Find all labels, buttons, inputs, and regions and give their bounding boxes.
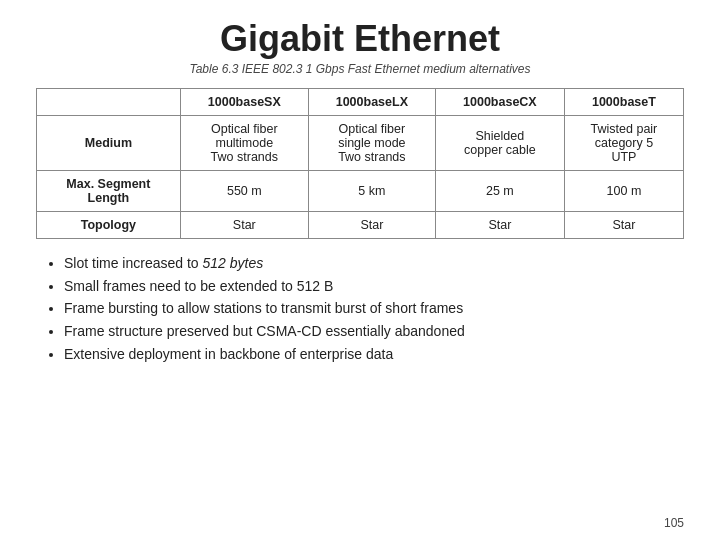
cell-2-0: Star xyxy=(180,212,308,239)
table-row: Max. Segment Length550 m5 km25 m100 m xyxy=(37,171,684,212)
bullet-item-3: Frame structure preserved but CSMA-CD es… xyxy=(64,321,684,343)
row-label-0: Medium xyxy=(37,116,181,171)
bullet-item-4: Extensive deployment in backbone of ente… xyxy=(64,344,684,366)
row-label-2: Topology xyxy=(37,212,181,239)
col-header-1000basesx: 1000baseSX xyxy=(180,89,308,116)
cell-1-3: 100 m xyxy=(564,171,683,212)
cell-0-3: Twisted pair category 5 UTP xyxy=(564,116,683,171)
cell-2-3: Star xyxy=(564,212,683,239)
page-number: 105 xyxy=(664,516,684,530)
data-table-wrapper: 1000baseSX 1000baseLX 1000baseCX 1000bas… xyxy=(36,88,684,239)
table-row: MediumOptical fiber multimode Two strand… xyxy=(37,116,684,171)
cell-0-1: Optical fiber single mode Two strands xyxy=(308,116,435,171)
table-row: TopologyStarStarStarStar xyxy=(37,212,684,239)
cell-1-0: 550 m xyxy=(180,171,308,212)
page: Gigabit Ethernet Table 6.3 IEEE 802.3 1 … xyxy=(0,0,720,540)
bullet-item-2: Frame bursting to allow stations to tran… xyxy=(64,298,684,320)
cell-2-1: Star xyxy=(308,212,435,239)
col-header-1000baset: 1000baseT xyxy=(564,89,683,116)
col-header-empty xyxy=(37,89,181,116)
bullet-item-0: Slot time increased to 512 bytes xyxy=(64,253,684,275)
bullet-item-1: Small frames need to be extended to 512 … xyxy=(64,276,684,298)
gigabit-table: 1000baseSX 1000baseLX 1000baseCX 1000bas… xyxy=(36,88,684,239)
table-subtitle: Table 6.3 IEEE 802.3 1 Gbps Fast Etherne… xyxy=(36,62,684,76)
cell-1-1: 5 km xyxy=(308,171,435,212)
col-header-1000basecx: 1000baseCX xyxy=(435,89,564,116)
page-title: Gigabit Ethernet xyxy=(36,18,684,60)
cell-0-0: Optical fiber multimode Two strands xyxy=(180,116,308,171)
cell-2-2: Star xyxy=(435,212,564,239)
col-header-1000baselx: 1000baseLX xyxy=(308,89,435,116)
row-label-1: Max. Segment Length xyxy=(37,171,181,212)
cell-1-2: 25 m xyxy=(435,171,564,212)
bullet-list: Slot time increased to 512 bytesSmall fr… xyxy=(36,253,684,366)
cell-0-2: Shielded copper cable xyxy=(435,116,564,171)
